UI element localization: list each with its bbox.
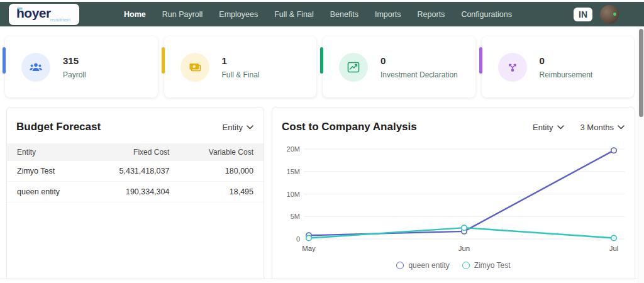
cta-entity-dropdown[interactable]: Entity [533, 123, 564, 132]
nav-menu: Home Run Payroll Employees Full & Final … [116, 10, 520, 19]
svg-text:15M: 15M [287, 168, 300, 175]
entity-cell: queen entity [7, 182, 89, 203]
investment-label: Investment Declaration [380, 70, 458, 79]
cost-to-company-panel: Cost to Company Analysis Entity 3 Months… [272, 107, 635, 279]
full-final-label: Full & Final [222, 70, 260, 79]
queen-entity-swatch-icon [396, 262, 404, 269]
full-final-card[interactable]: 1 Full & Final [164, 36, 317, 97]
legend-item-zimyo-test[interactable]: Zimyo Test [462, 261, 511, 270]
full-final-count: 1 [222, 55, 260, 66]
nav-item-imports[interactable]: Imports [367, 10, 409, 19]
country-badge[interactable]: IN [574, 8, 592, 21]
dashboard-page: hoyer recruitment Home Run Payroll Emplo… [0, 0, 644, 283]
payroll-card[interactable]: 315 Payroll [5, 36, 158, 97]
reimbursement-count: 0 [540, 55, 593, 66]
full-final-accent-bar [162, 47, 165, 74]
online-status-dot [613, 13, 616, 16]
svg-text:May: May [302, 245, 316, 252]
user-avatar[interactable] [600, 5, 619, 24]
reimbursement-label: Reimbursement [540, 70, 593, 79]
investment-accent-bar [320, 47, 323, 74]
cta-entity-dropdown-label: Entity [533, 123, 553, 132]
cost-to-company-chart[interactable]: 05M10M15M20MMayJunJul [272, 140, 635, 257]
variable-cost-cell: 18,495 [179, 182, 264, 203]
chart-legend: queen entity Zimyo Test [272, 261, 635, 270]
nav-item-home[interactable]: Home [116, 10, 154, 19]
fixed-cost-cell: 190,334,304 [89, 182, 180, 203]
svg-text:Jul: Jul [609, 245, 619, 252]
budget-entity-dropdown-label: Entity [222, 123, 243, 132]
chevron-down-icon [618, 125, 625, 130]
nav-item-reports[interactable]: Reports [409, 10, 453, 19]
nav-item-run-payroll[interactable]: Run Payroll [154, 10, 211, 19]
navbar-right: IN [574, 5, 619, 24]
page-scrollbar[interactable] [638, 26, 644, 283]
budget-forecast-panel: Budget Forecast Entity Entity Fixed Cost… [6, 107, 264, 279]
people-icon [21, 53, 50, 82]
brand-logo[interactable]: hoyer recruitment [9, 4, 79, 25]
scrollbar-thumb[interactable] [639, 29, 643, 117]
svg-text:5M: 5M [291, 213, 300, 220]
svg-text:Jun: Jun [458, 245, 470, 252]
nav-item-configurations[interactable]: Configurations [453, 10, 520, 19]
budget-forecast-title: Budget Forecast [16, 121, 101, 133]
budget-forecast-table: Entity Fixed Cost Variable Cost Zimyo Te… [7, 143, 264, 203]
svg-text:10M: 10M [287, 191, 300, 198]
fixed-cost-cell: 5,431,418,037 [89, 161, 180, 182]
table-row[interactable]: Zimyo Test 5,431,418,037 180,000 [7, 161, 264, 182]
logo-accent-mark [17, 8, 23, 9]
chevron-down-icon [247, 125, 253, 130]
investment-declaration-card[interactable]: 0 Investment Declaration [323, 36, 475, 97]
investment-count: 0 [380, 55, 458, 66]
payroll-count: 315 [63, 55, 86, 66]
nav-item-employees[interactable]: Employees [211, 10, 266, 19]
nav-item-full-final[interactable]: Full & Final [266, 10, 322, 19]
stat-cards-row: 315 Payroll 1 Full & Final [5, 36, 634, 97]
chevron-down-icon [557, 125, 564, 130]
payroll-label: Payroll [63, 70, 86, 79]
column-header-variable-cost: Variable Cost [179, 143, 264, 161]
payroll-accent-bar [3, 47, 6, 74]
cta-period-dropdown-label: 3 Months [580, 123, 614, 132]
logo-subtext: recruitment [16, 18, 79, 22]
top-navbar: hoyer recruitment Home Run Payroll Emplo… [0, 2, 644, 26]
cost-to-company-title: Cost to Company Analysis [282, 121, 417, 133]
column-header-fixed-cost: Fixed Cost [89, 143, 180, 161]
svg-text:20M: 20M [287, 145, 300, 153]
variable-cost-cell: 180,000 [179, 161, 264, 182]
banknote-icon [180, 53, 209, 82]
column-header-entity: Entity [7, 143, 89, 161]
reimbursement-accent-bar [479, 47, 482, 74]
reimbursement-card[interactable]: 0 Reimbursement [482, 36, 635, 97]
zimyo-test-swatch-icon [462, 262, 470, 269]
legend-item-queen-entity[interactable]: queen entity [396, 261, 449, 270]
chart-up-icon [339, 53, 368, 82]
svg-text:0: 0 [296, 235, 300, 243]
entity-cell: Zimyo Test [7, 161, 89, 182]
table-row[interactable]: queen entity 190,334,304 18,495 [7, 182, 264, 203]
nav-item-benefits[interactable]: Benefits [322, 10, 367, 19]
cta-period-dropdown[interactable]: 3 Months [580, 123, 625, 132]
split-arrows-icon [498, 53, 527, 82]
budget-entity-dropdown[interactable]: Entity [222, 123, 253, 132]
viewport-bottom-divider [0, 279, 644, 279]
